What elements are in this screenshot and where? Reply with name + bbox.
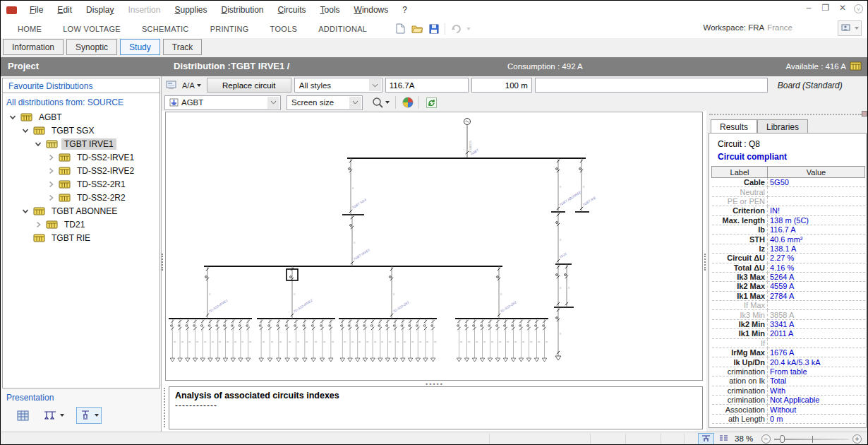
result-row[interactable]: Neutral [712,187,865,196]
tab-synoptic[interactable]: Synoptic [66,39,117,55]
status-list-view-icon[interactable] [716,433,732,445]
zoom-slider-track[interactable] [774,439,849,440]
tab-track[interactable]: Track [163,39,203,55]
board-select[interactable]: AGBT [164,95,281,110]
result-row[interactable]: If [712,338,865,348]
menu-tools[interactable]: Tools [314,3,346,17]
tab-information[interactable]: Information [3,39,64,55]
presentation-table-button[interactable] [15,408,31,423]
result-row[interactable]: Cable5G50 [712,178,865,187]
chevron-right-icon[interactable] [34,220,42,229]
tree-item-td-ss2-2r2[interactable]: TD-SS2-2R2 [3,191,159,204]
chevron-right-icon[interactable] [47,194,55,202]
tab-study[interactable]: Study [120,39,160,55]
result-row[interactable]: ation on IkTotal [712,376,865,386]
current-field[interactable] [385,78,469,93]
ribbon-tab-home[interactable]: HOME [9,22,50,36]
save-icon[interactable] [428,23,440,35]
replace-circuit-button[interactable]: Replace circuit [207,78,291,93]
menu-insertion[interactable]: Insertion [121,3,167,17]
panel-top-splitter[interactable] [709,114,862,115]
result-row[interactable]: Circuit ΔU2.27 % [712,254,865,263]
menu-edit[interactable]: Edit [51,3,78,17]
schematic-canvas[interactable]: SOURCEAGBT8TGBT SGX8TGBT ABONNEE8TGBT RI… [165,112,703,381]
tree-item-agbt[interactable]: AGBT [3,110,159,124]
user-workspace-button[interactable] [838,20,862,36]
result-row[interactable]: PE or PEN [712,196,865,206]
tree-item-tgbt-sgx[interactable]: TGBT SGX [3,124,159,137]
zoom-slider-thumb[interactable] [780,435,785,443]
result-row[interactable]: Ik2 Min3341 A [712,319,865,328]
open-folder-icon[interactable] [411,23,423,35]
panel-pin-icon[interactable] [862,111,867,117]
tree-item-tgbt-irve1[interactable]: TGBT IRVE1 [3,137,159,150]
zoom-slider[interactable]: − + [761,434,862,445]
left-splitter-handle[interactable] [162,254,164,271]
ribbon-tab-additional[interactable]: ADDITIONAL [310,22,375,36]
result-row[interactable]: If Max [712,301,865,310]
ribbon-tab-schematic[interactable]: SCHEMATIC [133,22,198,36]
result-row[interactable]: Iz138.1 A [712,244,865,253]
magnifier-dropdown-icon[interactable] [385,101,390,104]
restore-button[interactable]: ❐ [820,3,831,14]
window-menu-icon[interactable]: v [854,4,863,13]
result-row[interactable]: Ik2 Max4559 A [712,282,865,291]
new-document-icon[interactable] [394,23,406,35]
zoom-out-button[interactable]: − [761,434,771,444]
styles-select[interactable]: All styles [294,78,382,93]
result-row[interactable]: AssociationWithout [712,405,865,414]
result-row[interactable]: Ik Up/Dn20.4 kA/5.3 kA [712,357,865,367]
ribbon-tab-printing[interactable]: PRINTING [202,22,258,36]
menu-circuits[interactable]: Circuits [272,3,313,17]
tree-item-tgbt-abonnee[interactable]: TGBT ABONNEE [3,204,159,218]
result-row[interactable]: Ik1 Max2784 A [712,291,865,300]
result-row[interactable]: Ik1 Min2011 A [712,329,865,338]
schematic-settings-icon[interactable] [165,79,178,92]
presentation-schematic-button[interactable] [76,407,102,424]
result-row[interactable]: Max. length138 m (5C) [712,215,865,225]
available-board-icon[interactable] [850,61,862,73]
tree-root-label[interactable]: All distributions from: SOURCE [3,93,159,110]
menu-windows[interactable]: Windows [348,3,395,17]
zoom-mode-select[interactable]: Screen size [287,95,363,110]
result-row[interactable]: CriterionIN! [712,206,865,215]
result-row[interactable]: Ik3 Min3858 A [712,310,865,319]
zoom-in-button[interactable]: + [852,434,862,444]
chevron-down-icon[interactable] [34,140,42,148]
magnifier-icon[interactable] [371,96,384,109]
favourite-distributions-header[interactable]: Favourite Distributions [2,78,160,93]
tree-item-td-ss2-irve1[interactable]: TD-SS2-IRVE1 [3,150,159,164]
ribbon-tab-low-voltage[interactable]: LOW VOLTAGE [54,22,129,36]
presentation-layout-button[interactable] [41,408,66,423]
analysis-splitter-handle[interactable] [164,388,167,427]
length-field[interactable] [471,78,532,93]
chevron-right-icon[interactable] [47,153,55,162]
chevron-down-icon[interactable] [21,207,30,215]
close-button[interactable]: ✕ [837,3,848,14]
tree-item-td-ss2-irve2[interactable]: TD-SS2-IRVE2 [3,164,159,177]
chevron-down-icon[interactable] [21,126,30,135]
result-row[interactable]: Ik3 Max5264 A [712,272,865,281]
result-row[interactable]: Total ΔU4.16 % [712,263,865,272]
menu-distribution[interactable]: Distribution [215,3,270,17]
menu-supplies[interactable]: Supplies [168,3,213,17]
result-row[interactable]: STH40.6 mm² [712,235,865,244]
result-row[interactable]: IrMg Max1676 A [712,348,865,357]
tree-item-tgbt-rie[interactable]: TGBT RIE [3,231,159,244]
font-size-button[interactable]: A/A [182,81,201,90]
chevron-right-icon[interactable] [47,167,55,175]
result-row[interactable]: criminationWith [712,386,865,395]
tree-item-td21[interactable]: TD21 [3,218,159,231]
result-row[interactable]: ath Length0 m [712,414,865,423]
menu-?[interactable]: ? [396,3,414,17]
result-row[interactable]: criminationFrom table [712,367,865,376]
menu-file[interactable]: File [23,3,49,17]
status-schematic-view-icon[interactable] [698,433,714,445]
designation-field[interactable] [535,78,768,93]
chevron-down-icon[interactable] [8,113,17,121]
ribbon-tab-tools[interactable]: TOOLS [262,22,306,36]
result-row[interactable]: Ib116.7 A [712,225,865,234]
tree-item-td-ss2-2r1[interactable]: TD-SS2-2R1 [3,177,159,191]
minimize-button[interactable]: – [803,3,814,14]
chevron-right-icon[interactable] [47,180,55,189]
